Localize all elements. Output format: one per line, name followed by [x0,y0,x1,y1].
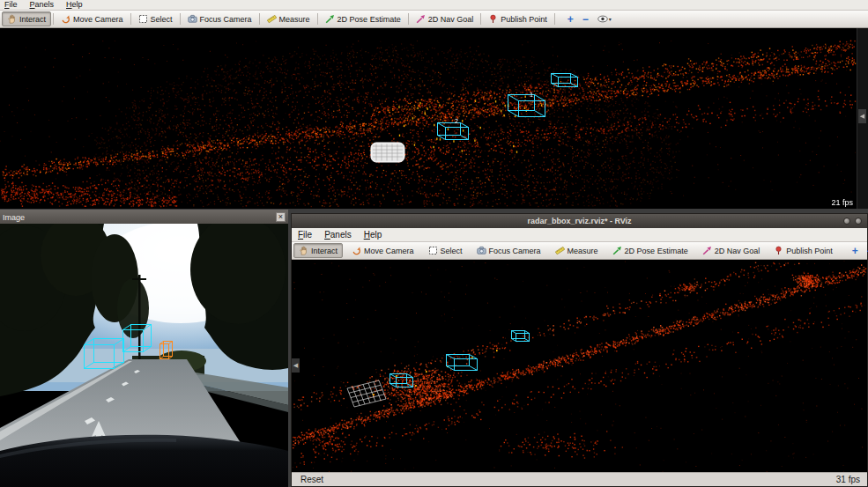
main-toolbar: Interact Move Camera Select Focus Camera… [0,11,868,28]
tool-focus-camera[interactable]: Focus Camera [182,11,257,26]
tool-move-camera[interactable]: Move Camera [346,243,419,258]
visibility-button[interactable]: ▾ [596,12,613,26]
menu-panels[interactable]: Panels [30,0,55,10]
radar-pointcloud-canvas[interactable] [292,260,867,472]
tool-2d-pose-estimate[interactable]: 2D Pose Estimate [607,243,694,258]
pose-estimate-icon [612,246,622,255]
tool-label: 2D Nav Goal [715,247,760,255]
nav-goal-icon [416,14,426,24]
radar-window-title: radar_bbox_rviz.rviz* - RViz [292,214,867,228]
tool-interact[interactable]: Interact [293,243,343,258]
main-fps-label: 21 fps [831,198,853,207]
close-button[interactable] [855,218,862,225]
move-camera-icon [61,14,70,24]
radar-menubar: File Panels Help [292,228,867,242]
toolbar-separator [317,13,318,25]
radar-fps-label: 31 fps [836,475,860,484]
tool-label: Interact [19,15,46,24]
tool-label: Measure [279,15,310,24]
image-panel-close-button[interactable]: × [276,212,286,222]
caret-down-icon: ▾ [609,16,612,22]
displays-panel-expand-button[interactable]: ◀ [858,109,866,123]
image-panel-title: Image [3,211,276,224]
toolbar-separator [180,13,181,25]
tool-label: Focus Camera [200,15,252,24]
tool-select[interactable]: Select [423,243,468,258]
toolbar-separator [259,13,260,25]
tool-publish-point[interactable]: Publish Point [483,11,553,26]
plus-icon: + [568,14,574,25]
displays-panel-expand-button[interactable]: ◀ [292,358,300,373]
tool-label: Publish Point [501,15,547,24]
select-icon [428,246,438,255]
toolbar-extra-group: + − ▾ [850,244,868,258]
publish-point-icon [774,246,783,255]
tool-2d-pose-estimate[interactable]: 2D Pose Estimate [320,11,406,26]
camera-annotations [0,224,288,487]
tool-label: 2D Nav Goal [428,15,474,24]
tool-label: Move Camera [73,15,123,24]
eye-icon [597,15,608,23]
tool-label: Publish Point [786,247,833,255]
displays-panel-collapsed-strip: ◀ [857,28,868,209]
main-rviz-window: File Panels Help Interact Move Camera Se… [0,0,868,209]
tool-label: Select [151,15,173,24]
tool-measure[interactable]: Measure [262,11,315,26]
tool-move-camera[interactable]: Move Camera [56,11,129,26]
tool-label: Measure [568,247,598,255]
radar-statusbar: Reset 31 fps [292,472,867,486]
image-panel: Image × [0,210,288,487]
tool-label: Focus Camera [489,247,541,255]
toolbar-separator [130,13,131,25]
select-icon [138,14,148,24]
maximize-button[interactable] [843,218,850,225]
radar-rviz-window: radar_bbox_rviz.rviz* - RViz File Panels… [291,213,868,487]
publish-point-icon [488,14,498,24]
toolbar-separator [53,13,54,25]
menu-file[interactable]: File [298,230,312,240]
image-panel-titlebar[interactable]: Image × [0,210,288,224]
interact-icon [7,14,17,24]
tool-select[interactable]: Select [133,11,178,26]
tool-2d-nav-goal[interactable]: 2D Nav Goal [697,243,766,258]
menu-panels[interactable]: Panels [324,230,352,240]
main-3d-viewport[interactable]: ◀ 21 fps [0,28,868,209]
interact-icon [299,246,308,255]
toolbar-separator [554,13,555,25]
radar-window-titlebar[interactable]: radar_bbox_rviz.rviz* - RViz [292,214,867,228]
focus-camera-icon [188,14,197,24]
remove-tool-button[interactable]: − [581,12,590,26]
minus-icon: − [582,14,589,25]
toolbar-extra-group: + − ▾ [566,12,613,26]
add-tool-button[interactable]: + [850,244,860,258]
tool-label: Move Camera [364,247,414,255]
tool-interact[interactable]: Interact [2,11,51,26]
tool-measure[interactable]: Measure [550,243,604,258]
add-tool-button[interactable]: + [566,12,575,26]
focus-camera-icon [477,246,486,255]
measure-icon [267,14,277,24]
tool-label: 2D Pose Estimate [625,247,688,255]
menu-help[interactable]: Help [66,0,83,10]
lidar-pointcloud-canvas[interactable] [0,28,857,209]
menu-file[interactable]: File [4,0,18,10]
radar-3d-viewport[interactable]: ◀ [292,260,867,472]
main-menubar: File Panels Help [0,0,868,11]
tool-label: Select [441,247,463,255]
toolbar-separator [480,13,481,25]
tool-label: 2D Pose Estimate [338,15,401,24]
menu-help[interactable]: Help [364,230,382,240]
nav-goal-icon [702,246,712,255]
radar-toolbar: Interact Move Camera Select Focus Camera… [292,242,867,260]
window-buttons [843,218,862,225]
move-camera-icon [352,246,361,255]
tool-2d-nav-goal[interactable]: 2D Nav Goal [411,11,479,26]
tool-focus-camera[interactable]: Focus Camera [471,243,546,258]
reset-button[interactable]: Reset [299,475,325,484]
tool-publish-point[interactable]: Publish Point [768,243,838,258]
measure-icon [555,246,565,255]
camera-image [0,224,288,487]
pose-estimate-icon [325,14,335,24]
tool-label: Interact [311,247,338,255]
plus-icon: + [852,246,858,256]
